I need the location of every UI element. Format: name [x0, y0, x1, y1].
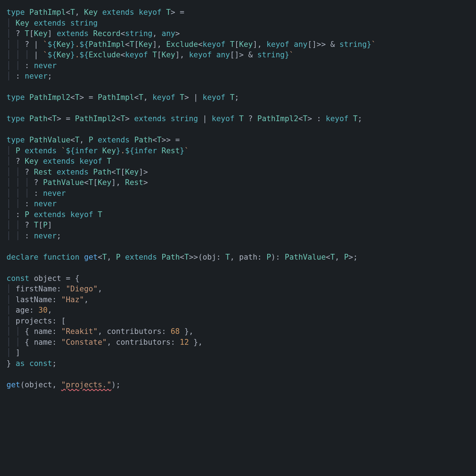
code-line: │ P extends `${infer Key}.${infer Rest}`: [6, 146, 189, 155]
keyword-type: type: [6, 8, 25, 17]
code-line: │ │ : never: [6, 199, 57, 208]
code-block: type PathImpl<T, Key extends keyof T> = …: [0, 0, 476, 397]
variable-name: object: [34, 274, 61, 283]
error-squiggle: "projects.": [61, 380, 111, 389]
code-line: │ │ { name: "Reakit", contributors: 68 }…: [6, 327, 193, 336]
code-line: │ lastName: "Haz",: [6, 295, 89, 304]
code-line: │ │ │ | `${Key}.${Exclude<keyof T[Key], …: [6, 50, 294, 59]
code-line: declare function get<T, P extends Path<T…: [6, 253, 358, 261]
code-line: get(object, "projects.");: [6, 380, 120, 389]
code-line: │ firstName: "Diego",: [6, 285, 102, 293]
code-line: │ age: 30,: [6, 306, 52, 314]
code-line: │ │ ? | `${Key}.${PathImpl<T[Key], Exclu…: [6, 40, 376, 49]
function-name: get: [84, 253, 98, 261]
code-line: │ │ │ : never: [6, 189, 66, 198]
code-line: │ ? Key extends keyof T: [6, 157, 111, 166]
code-line: const object = {: [6, 274, 79, 283]
code-line: │ │ │ ? PathValue<T[Key], Rest>: [6, 178, 148, 187]
code-line: type PathValue<T, P extends Path<T>> =: [6, 136, 180, 144]
code-line: │ : P extends keyof T: [6, 210, 102, 219]
code-line: type PathImpl2<T> = PathImpl<T, keyof T>…: [6, 93, 239, 102]
code-line: │ Key extends string: [6, 19, 98, 27]
code-line: │ ]: [6, 348, 20, 357]
type-name: PathImpl: [29, 8, 66, 17]
code-line: │ │ : never: [6, 61, 57, 70]
code-line: │ │ ? T[P]: [6, 221, 52, 229]
code-line: │ ? T[Key] extends Record<string, any>: [6, 29, 180, 38]
code-line: type PathImpl<T, Key extends keyof T> =: [6, 8, 184, 17]
code-line: type Path<T> = PathImpl2<T> extends stri…: [6, 114, 362, 123]
code-line: │ projects: [: [6, 317, 66, 325]
code-line: │ │ : never;: [6, 232, 61, 240]
code-line: │ : never;: [6, 72, 52, 80]
code-line: } as const;: [6, 359, 57, 368]
code-line: │ │ { name: "Constate", contributors: 12…: [6, 338, 203, 347]
code-line: │ │ ? Rest extends Path<T[Key]>: [6, 168, 148, 176]
